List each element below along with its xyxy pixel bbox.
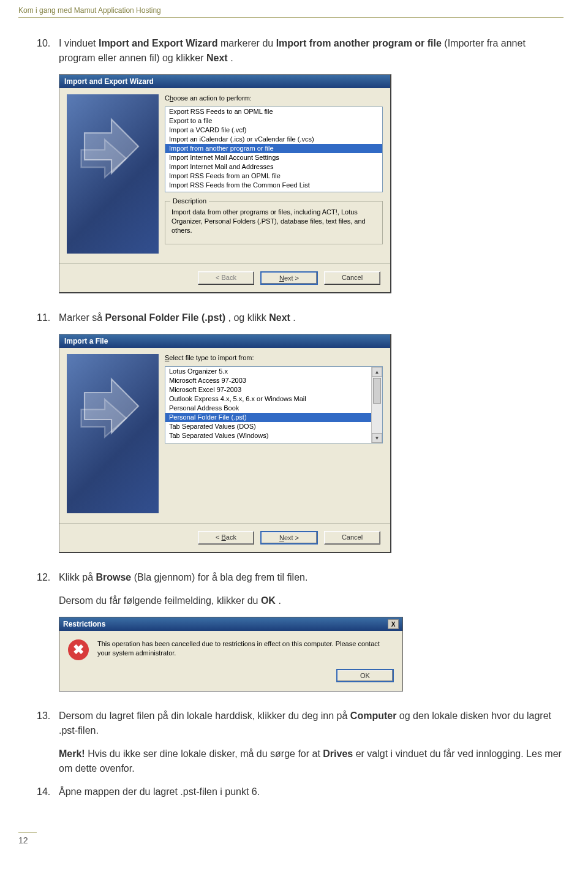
list-item[interactable]: Import RSS Feeds from the Common Feed Li… — [165, 181, 382, 190]
list-item[interactable]: Import Internet Mail Account Settings — [165, 153, 382, 162]
text: markerer du — [221, 38, 276, 48]
description-group: Description Import data from other progr… — [165, 201, 383, 244]
step-10: 10. I vinduet Import and Export Wizard m… — [37, 36, 564, 66]
list-item[interactable]: Export to a file — [165, 116, 382, 126]
step-number: 11. — [37, 311, 54, 325]
next-button[interactable]: Next > — [260, 271, 318, 285]
text: Klikk på — [59, 572, 96, 582]
close-icon[interactable]: X — [388, 619, 399, 629]
list-item[interactable]: Personal Address Book — [165, 404, 372, 413]
text-bold: Next — [206, 53, 228, 63]
button-label: Cancel — [342, 533, 363, 541]
text: . — [293, 312, 295, 323]
list-item[interactable]: Microsoft Access 97-2003 — [165, 376, 372, 385]
button-label: OK — [360, 672, 370, 679]
text-bold: Personal Folder File (.pst) — [105, 312, 225, 323]
list-item[interactable]: Import RSS Feeds from an OPML file — [165, 171, 382, 181]
back-button[interactable]: < Back — [198, 531, 254, 544]
step-number: 10. — [37, 36, 54, 66]
list-item[interactable]: Import an iCalendar (.ics) or vCalendar … — [165, 135, 382, 144]
step-number: 12. — [37, 570, 54, 585]
button-label: ext > — [284, 274, 299, 282]
error-icon: ✖ — [68, 639, 89, 660]
error-message: This operation has been cancelled due to… — [97, 639, 394, 660]
arrow-icon — [78, 372, 145, 440]
filetype-listbox[interactable]: Lotus Organizer 5.x Microsoft Access 97-… — [165, 366, 383, 443]
prompt-text: Select file type to import from: — [165, 354, 383, 361]
back-button: < Back — [198, 271, 254, 285]
step-13: 13. Dersom du lagret filen på din lokale… — [37, 709, 564, 738]
list-item[interactable]: Import Internet Mail and Addresses — [165, 162, 382, 171]
step-number: 14. — [37, 785, 54, 799]
text: C — [165, 94, 170, 102]
text-bold: Drives — [323, 748, 353, 759]
description-legend: Description — [170, 197, 209, 206]
text-bold: Computer — [350, 710, 397, 721]
scrollbar[interactable]: ▲ ▼ — [371, 367, 382, 443]
page-number: 12 — [18, 832, 37, 845]
text: oose an action to perform: — [173, 94, 252, 102]
list-item[interactable]: Outlook Express 4.x, 5.x, 6.x or Windows… — [165, 394, 372, 404]
step-number: 13. — [37, 709, 54, 738]
step-11: 11. Marker så Personal Folder File (.pst… — [37, 311, 564, 325]
wizard-side-image — [67, 354, 159, 513]
restrictions-dialog: Restrictions X ✖ This operation has been… — [59, 617, 403, 691]
step-12-note: Dersom du får følgende feilmelding, klik… — [59, 593, 564, 608]
ok-button[interactable]: OK — [336, 669, 394, 682]
import-export-wizard-dialog: Import and Export Wizard Choose an actio… — [59, 74, 391, 293]
dialog-title: Import and Export Wizard — [59, 75, 390, 88]
merk-note: Merk! Hvis du ikke ser dine lokale diske… — [59, 747, 564, 776]
scroll-thumb[interactable] — [373, 378, 381, 404]
list-item[interactable]: Personal Folder File (.pst) — [165, 413, 372, 422]
cancel-button[interactable]: Cancel — [324, 531, 380, 544]
description-text: Import data from other programs or files… — [172, 208, 376, 235]
text: Marker så — [59, 312, 105, 323]
text: (Bla gjennom) for å bla deg frem til fil… — [134, 572, 308, 582]
step-12: 12. Klikk på Browse (Bla gjennom) for å … — [37, 570, 564, 585]
text-bold: Browse — [96, 572, 131, 582]
dialog-title: Import a File — [59, 334, 390, 348]
list-item[interactable]: Tab Separated Values (DOS) — [165, 422, 372, 431]
text: , og klikk — [228, 312, 270, 323]
text: Hvis du ikke ser dine lokale disker, må … — [88, 748, 323, 759]
text: . — [278, 595, 281, 606]
page-header: Kom i gang med Mamut Application Hosting — [18, 6, 564, 18]
prompt-text: Choose an action to perform: — [165, 94, 383, 102]
text-bold: Import and Export Wizard — [99, 38, 218, 48]
text: elect file type to import from: — [169, 354, 254, 361]
list-item[interactable]: Export RSS Feeds to an OPML file — [165, 107, 382, 116]
text: . — [230, 53, 233, 63]
next-button[interactable]: Next > — [260, 531, 318, 544]
action-listbox[interactable]: Export RSS Feeds to an OPML file Export … — [165, 107, 383, 192]
cancel-button[interactable]: Cancel — [324, 271, 380, 285]
text-bold: OK — [261, 595, 276, 606]
text-bold: Import from another program or file — [276, 38, 442, 48]
text-bold: Next — [269, 312, 290, 323]
arrow-icon — [78, 113, 145, 180]
scroll-up-icon[interactable]: ▲ — [372, 367, 382, 377]
text: Dersom du lagret filen på din lokale har… — [59, 710, 350, 721]
text: Åpne mappen der du lagret .pst-filen i p… — [59, 786, 260, 797]
text: I vinduet — [59, 38, 99, 48]
button-label: Cancel — [342, 274, 363, 281]
dialog-title: Restrictions — [63, 620, 105, 628]
button-label: < Back — [216, 274, 236, 281]
wizard-side-image — [67, 94, 159, 254]
step-14: 14. Åpne mappen der du lagret .pst-filen… — [37, 785, 564, 799]
import-file-dialog: Import a File Select file type to import… — [59, 334, 391, 553]
list-item[interactable]: Lotus Organizer 5.x — [165, 367, 372, 376]
text-bold: Merk! — [59, 748, 85, 759]
list-item[interactable]: Import from another program or file — [165, 144, 382, 153]
text: Dersom du får følgende feilmelding, klik… — [59, 595, 261, 606]
list-item[interactable]: Tab Separated Values (Windows) — [165, 431, 372, 440]
scroll-down-icon[interactable]: ▼ — [372, 433, 382, 443]
list-item[interactable]: Import a VCARD file (.vcf) — [165, 126, 382, 135]
list-item[interactable]: Microsoft Excel 97-2003 — [165, 385, 372, 394]
